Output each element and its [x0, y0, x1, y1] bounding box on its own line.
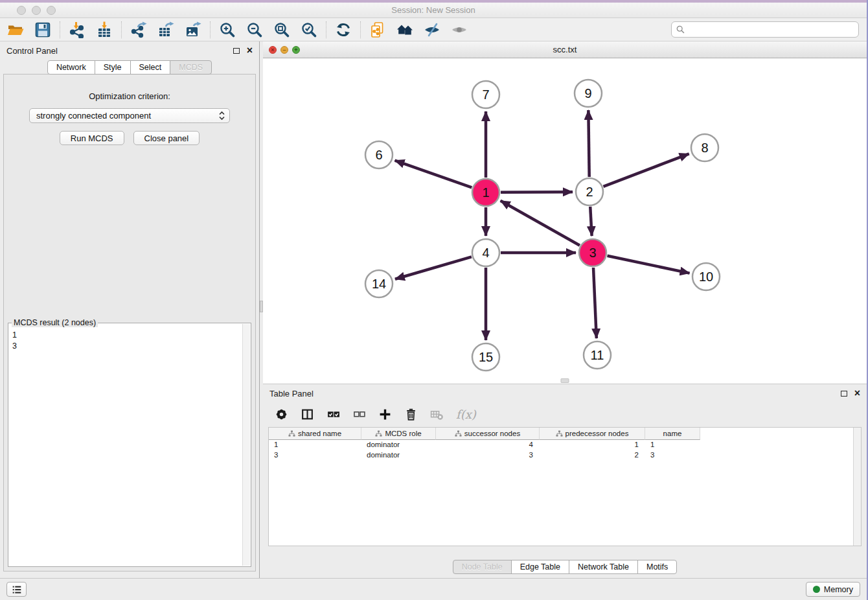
select-all-button[interactable]	[326, 408, 340, 421]
graph-edge-4-14[interactable]	[395, 257, 472, 279]
mcds-result-node: 3	[12, 341, 249, 352]
table-scrollbar[interactable]	[853, 428, 861, 546]
tab-network-table[interactable]: Network Table	[569, 560, 638, 574]
column-header-successor-nodes[interactable]: successor nodes	[436, 428, 540, 440]
table-options-button[interactable]	[275, 408, 288, 421]
table-panel: Table Panel × f(x) shared nameMCDS roles…	[263, 384, 867, 578]
graph-edge-3-1[interactable]	[501, 201, 580, 246]
tab-select[interactable]: Select	[130, 60, 171, 75]
close-window-icon[interactable]	[17, 6, 26, 15]
node-table-body: 1dominator4113dominator323	[269, 440, 861, 461]
open-session-button[interactable]	[6, 21, 25, 39]
toolbar-separator	[326, 21, 326, 38]
window-titlebar[interactable]: Session: New Session	[0, 3, 867, 18]
import-network-button[interactable]	[68, 21, 86, 39]
zoom-fit-button[interactable]	[273, 21, 291, 39]
table-cell[interactable]: 3	[645, 450, 700, 461]
export-image-button[interactable]	[184, 21, 202, 39]
graph-node-label-15: 15	[479, 350, 493, 364]
first-neighbors-button[interactable]	[396, 21, 414, 39]
table-row[interactable]: 3dominator323	[269, 450, 861, 461]
graph-node-label-6: 6	[375, 148, 382, 162]
save-session-button[interactable]	[34, 21, 52, 39]
run-mcds-button[interactable]: Run MCDS	[60, 131, 124, 145]
graph-edge-1-6[interactable]	[395, 161, 472, 188]
network-canvas[interactable]: 7968124314101511	[263, 58, 867, 384]
mcds-result-box: MCDS result (2 nodes) 13	[8, 323, 251, 567]
table-cell[interactable]: 2	[540, 450, 645, 461]
search-input[interactable]	[688, 25, 854, 34]
table-cell[interactable]: dominator	[361, 450, 436, 461]
node-table: shared nameMCDS rolesuccessor nodesprede…	[268, 427, 862, 546]
graph-edge-2-9[interactable]	[588, 110, 589, 177]
graph-edge-3-10[interactable]	[608, 256, 690, 273]
minimize-window-icon[interactable]	[32, 6, 41, 15]
column-hierarchy-icon	[455, 430, 462, 437]
zoom-window-icon[interactable]	[47, 6, 56, 15]
zoom-in-button[interactable]	[218, 21, 236, 39]
column-header-name[interactable]: name	[645, 428, 700, 440]
toolbar-separator	[60, 21, 60, 38]
table-row[interactable]: 1dominator411	[269, 440, 861, 450]
export-network-button[interactable]	[130, 21, 148, 39]
graph-node-label-11: 11	[591, 348, 604, 362]
column-header-predecessor-nodes[interactable]: predecessor nodes	[540, 428, 645, 440]
select-spinner-icon	[218, 111, 225, 121]
apply-layout-button[interactable]	[334, 21, 352, 39]
network-window-titlebar[interactable]: × – + scc.txt	[263, 41, 867, 58]
network-maximize-icon[interactable]: +	[292, 46, 300, 54]
network-minimize-icon[interactable]: –	[280, 46, 288, 54]
mcds-tab-content: Optimization criterion: strongly connect…	[3, 74, 256, 571]
column-header-mcds-role[interactable]: MCDS role	[361, 428, 436, 440]
tab-network[interactable]: Network	[47, 60, 95, 75]
table-cell[interactable]: 1	[645, 440, 700, 450]
control-panel-title: Control Panel	[6, 46, 58, 56]
table-cell[interactable]: 3	[436, 450, 540, 461]
tab-edge-table[interactable]: Edge Table	[511, 560, 569, 574]
close-table-panel-icon[interactable]: ×	[854, 388, 860, 398]
column-header-shared-name[interactable]: shared name	[269, 428, 361, 440]
table-cell[interactable]: 3	[269, 450, 361, 461]
graph-node-label-9: 9	[584, 86, 591, 100]
memory-button[interactable]: Memory	[806, 582, 860, 597]
criterion-select[interactable]: strongly connected component	[29, 108, 230, 123]
tab-style[interactable]: Style	[95, 60, 131, 75]
table-cell[interactable]: 4	[436, 440, 540, 450]
column-header-label: successor nodes	[464, 430, 520, 437]
hide-selected-button[interactable]	[423, 21, 441, 39]
tab-mcds[interactable]: MCDS	[170, 60, 212, 75]
function-builder-button: f(x)	[456, 408, 476, 421]
graph-edge-2-3[interactable]	[590, 207, 591, 236]
graph-edge-2-8[interactable]	[603, 154, 689, 187]
graph-edge-1-2[interactable]	[501, 192, 573, 192]
zoom-out-button[interactable]	[246, 21, 264, 39]
table-cell[interactable]: 1	[540, 440, 645, 450]
window-controls	[17, 6, 56, 15]
show-columns-button[interactable]	[301, 408, 314, 421]
toolbar-group	[369, 21, 468, 39]
control-panel-header: Control Panel ×	[0, 41, 259, 58]
export-table-button[interactable]	[157, 21, 175, 39]
close-panel-button[interactable]: Close panel	[133, 131, 200, 145]
search-box[interactable]	[671, 21, 859, 38]
close-panel-icon[interactable]: ×	[247, 45, 253, 56]
task-history-button[interactable]	[6, 582, 27, 597]
new-network-from-selection-button[interactable]	[369, 21, 387, 39]
create-column-button[interactable]	[378, 408, 392, 421]
float-table-panel-icon[interactable]	[841, 391, 847, 397]
tab-node-table[interactable]: Node Table	[453, 560, 512, 574]
tab-motifs[interactable]: Motifs	[637, 560, 677, 574]
table-cell[interactable]: dominator	[361, 440, 436, 450]
zoom-selected-button[interactable]	[300, 21, 318, 39]
criterion-select-value: strongly connected component	[36, 111, 218, 121]
graph-edge-3-11[interactable]	[593, 268, 597, 338]
canvas-resize-grip[interactable]	[561, 378, 569, 383]
mcds-result-title: MCDS result (2 nodes)	[12, 318, 98, 327]
import-table-button[interactable]	[95, 21, 113, 39]
delete-column-button[interactable]	[404, 408, 418, 421]
result-scrollbar[interactable]	[242, 324, 250, 566]
deselect-all-button[interactable]	[352, 408, 366, 421]
network-close-icon[interactable]: ×	[269, 46, 277, 54]
table-cell[interactable]: 1	[269, 440, 361, 450]
float-panel-icon[interactable]	[233, 48, 240, 54]
